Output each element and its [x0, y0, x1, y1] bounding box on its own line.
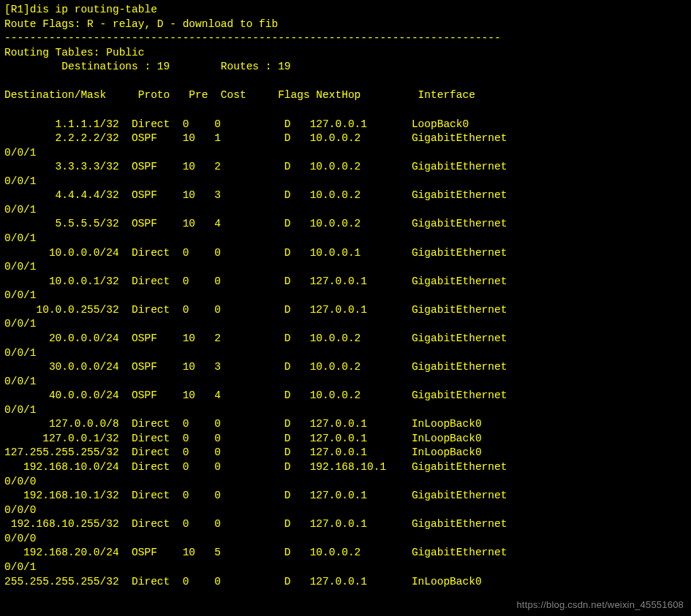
- watermark-text: https://blog.csdn.net/weixin_45551608: [516, 598, 684, 612]
- terminal-output: [R1]dis ip routing-table Route Flags: R …: [4, 3, 687, 589]
